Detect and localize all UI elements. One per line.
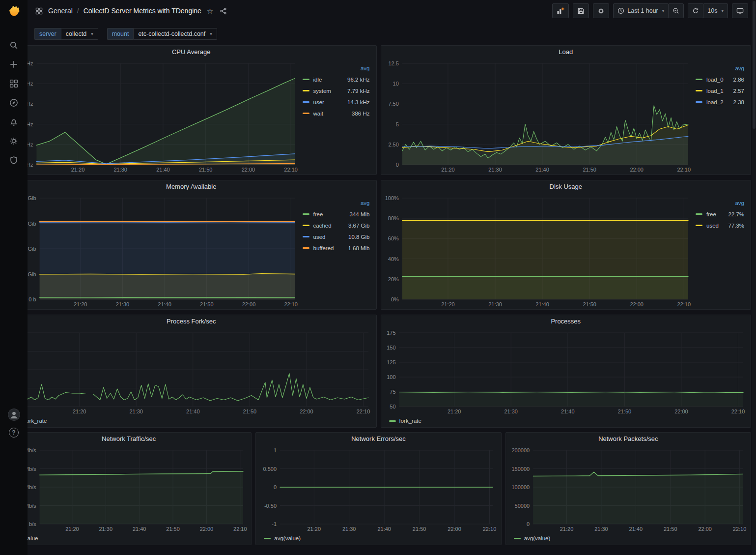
share-dashboard-button[interactable] [219,6,228,16]
dashboard-settings-button[interactable] [593,3,609,18]
grafana-logo[interactable] [6,4,21,19]
explore-compass-icon[interactable] [0,93,28,112]
panel-title[interactable]: Memory Available [6,180,376,193]
legend-avg-header[interactable]: avg [696,198,746,208]
legend-series-name: fork_rate [25,418,47,424]
legend-item-cached[interactable]: cached3.67 Gib [303,220,371,231]
page-title: CollectD Server Metrics with TDengine [84,7,201,15]
process-fork-legend: fork_rate [8,415,373,426]
cycle-view-button[interactable] [732,3,748,18]
legend-series-name: idle [313,77,348,83]
svg-text:0: 0 [274,484,277,490]
svg-text:22:10: 22:10 [732,526,746,532]
panel-title[interactable]: Processes [381,315,751,328]
chevron-down-icon: ▾ [210,31,212,36]
legend-avg-header[interactable]: avg [303,198,371,208]
svg-text:7.50: 7.50 [388,101,398,107]
memory-available-plot[interactable]: 0 b4.66 Gib9.31 Gib14.0 Gib18.6 Gib21:20… [8,193,300,308]
scrollbar-thumb[interactable] [753,1,756,129]
load-plot[interactable]: 02.5057.501012.521:2021:3021:4021:5022:0… [383,58,693,174]
admin-shield-icon[interactable] [0,150,28,170]
create-icon[interactable] [0,55,28,74]
legend-item-avg(value)[interactable]: avg(value) [514,535,551,541]
legend-avg-value: 7.79 kHz [347,88,371,94]
processes-chart[interactable]: 507510012515017521:2021:3021:4021:5022:0… [383,328,748,415]
panel-title[interactable]: CPU Average [6,46,376,58]
svg-text:21:50: 21:50 [413,526,426,532]
network-packets-plot[interactable]: 05000010000015000020000021:2021:3021:402… [508,445,748,533]
network-errors-chart[interactable]: -1-0.5000.500121:2021:3021:4021:5022:002… [258,445,498,533]
network-traffic-chart[interactable]: 0 b/s50 Mb/s100 Mb/s150 Mb/s200 Mb/s21:2… [8,445,248,533]
variable-server-label[interactable]: server [34,28,61,40]
svg-text:21:50: 21:50 [166,526,180,532]
save-dashboard-button[interactable] [573,3,589,18]
time-controls: Last 1 hour ▾ [613,3,684,18]
disk-usage-chart[interactable]: 0%20%40%60%80%100%21:2021:3021:4021:5022… [383,193,693,308]
legend-item-free[interactable]: free344 Mib [303,208,371,220]
refresh-button[interactable] [688,3,703,18]
legend-series-name: fork_rate [399,418,421,424]
legend-item-buffered[interactable]: buffered1.68 Mib [303,242,371,254]
legend-item-system[interactable]: system7.79 kHz [303,85,371,96]
panel-title[interactable]: Network Errors/sec [256,433,501,445]
search-icon[interactable] [0,35,28,55]
svg-text:22:10: 22:10 [677,167,691,173]
legend-item-fork_rate[interactable]: fork_rate [389,418,421,424]
panel-title[interactable]: Load [381,46,751,58]
variable-mount: mount etc-collectd-collectd.conf ▾ [107,28,217,40]
load-chart[interactable]: 02.5057.501012.521:2021:3021:4021:5022:0… [383,58,693,174]
cpu-average-chart[interactable]: 0 Hz50 kHz100 kHz150 kHz200 kHz250 kHz21… [8,58,300,174]
panel-title[interactable]: Network Packets/sec [506,433,751,445]
network-traffic-plot[interactable]: 0 b/s50 Mb/s100 Mb/s150 Mb/s200 Mb/s21:2… [8,445,248,533]
legend-series-name: cached [313,223,349,229]
disk-usage-plot[interactable]: 0%20%40%60%80%100%21:2021:3021:4021:5022… [383,193,693,308]
variable-mount-dropdown[interactable]: etc-collectd-collectd.conf ▾ [133,28,217,40]
dashboards-icon[interactable] [0,74,28,93]
panel-title[interactable]: Network Traffic/sec [6,433,251,445]
alerting-bell-icon[interactable] [0,112,28,131]
svg-text:21:40: 21:40 [378,526,392,532]
legend-item-load_1[interactable]: load_12.57 [696,85,746,96]
variable-mount-label[interactable]: mount [107,28,134,40]
breadcrumb-folder[interactable]: General [48,7,73,15]
series-color-marker [303,113,309,114]
svg-text:21:50: 21:50 [583,167,596,173]
series-color-marker [696,225,702,226]
variable-server-dropdown[interactable]: collectd ▾ [61,28,98,40]
time-range-picker[interactable]: Last 1 hour ▾ [613,3,669,18]
panel-title[interactable]: Process Fork/sec [6,315,376,328]
legend-item-load_0[interactable]: load_02.86 [696,74,746,85]
process-fork-chart[interactable]: 025507510021:2021:3021:4021:5022:0022:10 [8,328,373,415]
legend-item-free[interactable]: free22.7% [696,208,746,220]
legend-item-wait[interactable]: wait386 Hz [303,108,371,119]
network-errors-legend: avg(value) [258,533,498,544]
add-panel-button[interactable] [552,3,569,18]
share-icon [220,7,227,15]
network-errors-plot[interactable]: -1-0.5000.500121:2021:3021:4021:5022:002… [258,445,498,533]
cpu-average-plot[interactable]: 0 Hz50 kHz100 kHz150 kHz200 kHz250 kHz21… [8,58,300,174]
help-icon[interactable]: ? [0,428,28,438]
refresh-interval-picker[interactable]: 10s ▾ [703,3,728,18]
zoom-out-button[interactable] [668,3,684,18]
legend-item-avg(value)[interactable]: avg(value) [264,535,301,541]
process-fork-plot[interactable]: 025507510021:2021:3021:4021:5022:0022:10 [8,328,373,415]
legend-item-idle[interactable]: idle96.2 kHz [303,74,371,85]
processes-plot[interactable]: 507510012515017521:2021:3021:4021:5022:0… [383,328,748,415]
memory-available-chart[interactable]: 0 b4.66 Gib9.31 Gib14.0 Gib18.6 Gib21:20… [8,193,300,308]
legend-item-used[interactable]: used77.3% [696,220,746,231]
user-avatar[interactable] [0,409,28,421]
svg-text:22:00: 22:00 [630,301,644,307]
legend-item-user[interactable]: user14.3 kHz [303,96,371,108]
svg-text:100: 100 [387,374,395,380]
panel-title[interactable]: Disk Usage [381,180,751,193]
legend-item-used[interactable]: used10.8 Gib [303,231,371,242]
star-dashboard-button[interactable]: ☆ [206,6,214,16]
network-packets-chart[interactable]: 05000010000015000020000021:2021:3021:402… [508,445,748,533]
legend-avg-header[interactable]: avg [696,63,746,74]
svg-text:21:40: 21:40 [158,301,171,307]
legend-avg-header[interactable]: avg [303,63,371,74]
scrollbar[interactable] [752,0,756,555]
svg-text:60%: 60% [388,235,398,241]
legend-item-load_2[interactable]: load_22.38 [696,96,746,108]
configuration-gear-icon[interactable] [0,131,28,150]
